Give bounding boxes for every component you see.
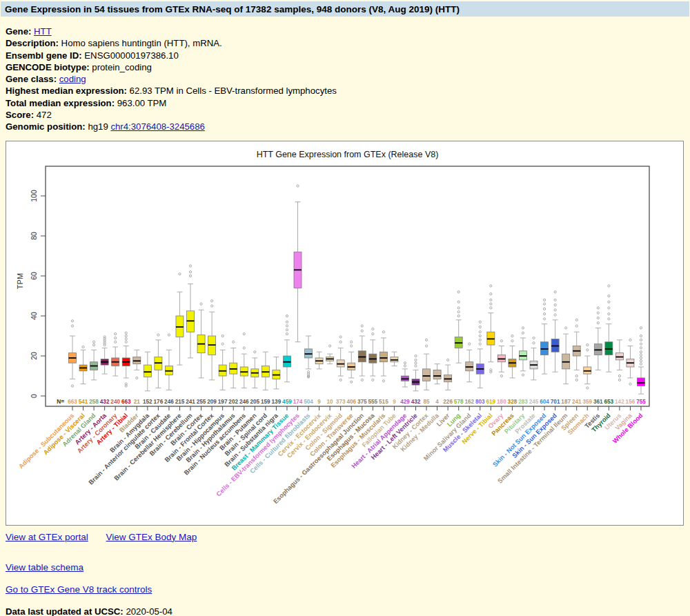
last-updated-value: 2020-05-04 [126,606,172,616]
outlier-point [597,321,599,324]
info-label: GENCODE biotype: [6,62,90,72]
box [433,370,441,379]
outlier-point [92,344,95,346]
outlier-point [629,339,631,341]
sample-count: 205 [250,399,259,405]
outlier-point [533,341,535,344]
outlier-point [586,348,589,350]
outlier-point [543,312,545,315]
info-label: Gene class: [6,74,57,84]
outlier-point [640,343,642,345]
outlier-point [554,314,556,316]
info-value: ENSG00000197386.10 [84,50,178,61]
outlier-point [565,326,567,328]
box [379,352,387,362]
outlier-point [71,325,73,327]
outlier-point [404,365,406,367]
outlier-point [554,308,556,310]
info-value: protein_coding [92,62,152,72]
outlier-point [640,363,642,365]
outlier-point [640,350,642,352]
sample-count: 159 [261,399,270,405]
info-row: Score: 472 [6,109,684,121]
outlier-point [297,185,299,187]
outlier-point [597,312,599,314]
outlier-point [640,346,642,348]
info-value-link[interactable]: HTT [34,26,52,37]
outlier-point [189,265,191,267]
sample-count: 246 [239,399,249,405]
outlier-point [608,295,610,297]
sample-count: 803 [475,399,485,405]
outlier-point [457,301,460,303]
sample-count: 459 [282,399,292,405]
info-label: Total median expression: [6,98,115,108]
outlier-point [115,337,117,339]
outlier-point [597,317,599,319]
gtex-boxplot-image: HTT Gene Expression from GTEx (Release V… [6,141,684,526]
gtex-boxplot-chart: HTT Gene Expression from GTEx (Release V… [6,141,682,524]
outlier-point [168,334,170,336]
outlier-point [92,341,95,343]
sample-count: 21 [134,399,141,405]
outlier-point [157,334,159,336]
info-value-link[interactable]: coding [59,74,86,84]
sample-count: 215 [175,399,185,405]
sample-count: 202 [228,399,238,405]
sample-count: 156 [626,399,635,405]
outlier-point [71,385,73,387]
gtex-portal-link[interactable]: View at GTEx portal [6,532,88,542]
outlier-point [286,315,288,317]
outlier-point [490,292,492,295]
track-controls-link[interactable]: Go to GTEx Gene V8 track controls [6,584,152,595]
outlier-point [469,343,471,345]
outlier-point [351,381,353,383]
outlier-point [125,337,127,339]
outlier-point [554,290,556,292]
sample-count: 432 [100,399,110,405]
info-value: 963.00 TPM [117,98,167,108]
outlier-point [479,335,481,337]
sample-count: 555 [368,399,377,405]
outlier-point [189,275,191,277]
outlier-point [351,345,353,347]
sample-count: 373 [336,399,346,405]
outlier-point [490,303,492,305]
y-tick-label: 80 [30,232,38,240]
y-tick-label: 60 [30,272,38,280]
gtex-body-map-link[interactable]: View GTEx Body Map [106,532,197,542]
outlier-point [618,379,620,381]
outlier-point [479,330,481,332]
outlier-point [221,343,224,345]
sample-count: 9 [393,399,396,405]
outlier-point [286,321,288,323]
outlier-point [500,339,502,341]
chart-title: HTT Gene Expression from GTEx (Release V… [257,150,439,159]
outlier-point [640,357,642,359]
sample-count: 515 [379,399,388,405]
outlier-point [490,285,492,287]
outlier-point [382,379,384,381]
info-value: 472 [37,110,52,120]
n-row-label: N= [57,398,64,405]
outlier-point [125,341,127,343]
box [144,365,151,377]
outlier-point [286,328,288,330]
outlier-point [511,335,513,337]
outlier-point [575,375,578,377]
outlier-point [339,379,342,381]
sample-count: 429 [400,399,410,405]
outlier-point [640,339,642,341]
info-row: Highest median expression: 62.93 TPM in … [6,85,684,97]
outlier-point [500,375,502,377]
outlier-point [608,301,610,303]
outlier-point [543,308,545,310]
last-updated: Data last updated at UCSC: 2020-05-04 [6,606,684,616]
outlier-point [351,341,353,343]
sample-count: 619 [486,399,496,405]
info-row: Description: Homo sapiens huntingtin (HT… [6,37,684,49]
outlier-point [233,341,235,343]
table-schema-link[interactable]: View table schema [6,562,83,573]
outlier-point [415,359,417,361]
info-value-link[interactable]: chr4:3076408-3245686 [110,121,204,132]
